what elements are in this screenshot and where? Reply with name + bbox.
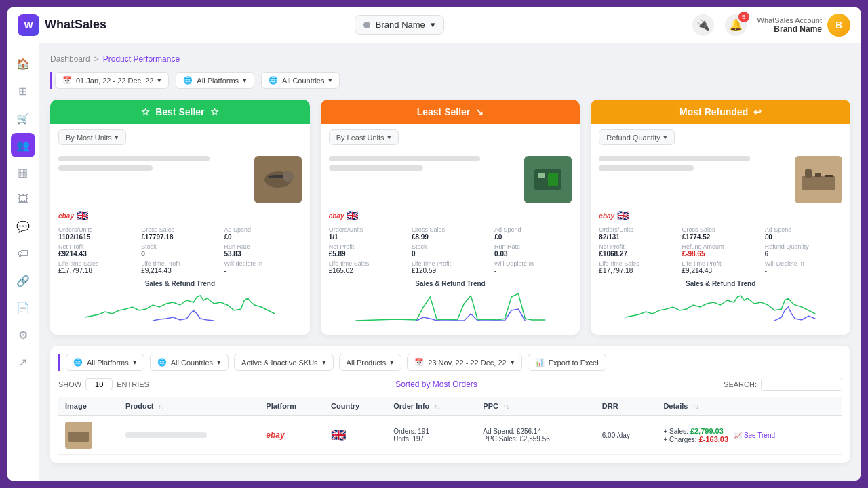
brand-selector-label: Brand Name: [376, 20, 425, 30]
ebay-logo-3: ebay: [599, 212, 614, 220]
table-platform-filter[interactable]: 🌐 All Platforms ▾: [66, 354, 144, 371]
ls-stat-ad: Ad Spend £0: [494, 226, 572, 241]
product-name-display: [125, 432, 207, 438]
country-filter[interactable]: 🌐 All Countries ▾: [261, 72, 340, 89]
most-refunded-image: [795, 156, 842, 203]
mr-stat-lifetime-profit: Life-time Profit £9,214.43: [682, 260, 760, 274]
chart-icon: 📈: [734, 432, 742, 439]
breadcrumb-parent[interactable]: Dashboard: [50, 54, 90, 64]
ls-stat-deplete: Will Deplete In -: [494, 260, 572, 274]
sku-filter-label: Active & Inactive SKUs: [241, 359, 318, 367]
export-icon: 📊: [535, 358, 545, 367]
chevron-down-icon: ▾: [431, 20, 435, 30]
product-name-bar: [58, 156, 210, 161]
search-input[interactable]: [761, 378, 842, 391]
sort-arrows-orders[interactable]: ↑↓: [434, 403, 440, 410]
row-ebay-logo: ebay: [266, 430, 284, 440]
sidebar: 🏠 ⊞ 🛒 👥 ▦ 🖼 💬 🏷 🔗 📄 ⚙ ↗: [7, 43, 39, 481]
most-refunded-sort[interactable]: Refund Quantity ▾: [599, 129, 675, 145]
best-seller-card: ☆ Best Seller ☆ By Most Units ▾: [50, 100, 310, 335]
sidebar-item-file[interactable]: 📄: [11, 296, 35, 320]
least-seller-product-info: [329, 156, 572, 203]
table-country-label: All Countries: [171, 359, 213, 367]
least-seller-card: Least Seller ↘ By Least Units ▾: [321, 100, 580, 335]
account-name: Brand Name: [757, 24, 822, 34]
sku-filter[interactable]: Active & Inactive SKUs ▾: [234, 354, 334, 371]
best-seller-sort-label: By Most Units: [66, 134, 112, 142]
notification-icon[interactable]: 🔔 5: [725, 14, 747, 36]
best-seller-sort[interactable]: By Most Units ▾: [58, 129, 126, 145]
least-seller-body: ebay 🇬🇧 Orders/Units 1/1 Gross Sales £8.…: [321, 150, 580, 335]
products-filter[interactable]: All Products ▾: [339, 354, 402, 371]
sort-arrows-product[interactable]: ↑↓: [159, 403, 165, 410]
star-icon-2: ☆: [210, 106, 219, 117]
platform-filter[interactable]: 🌐 All Platforms ▾: [176, 72, 254, 89]
ad-spend-value: Ad Spend: £256.14: [483, 428, 588, 435]
best-seller-stats: Orders/Units 1102/1615 Gross Sales £1779…: [58, 226, 302, 274]
product-name-bar-short-2: [329, 165, 423, 171]
sidebar-item-share[interactable]: ↗: [11, 350, 35, 374]
breadcrumb-separator: >: [94, 54, 99, 64]
sort-arrow-icon: ▾: [115, 133, 119, 142]
gb-flag: 🇬🇧: [77, 210, 88, 221]
entries-input[interactable]: [85, 378, 113, 390]
export-btn[interactable]: 📊 Export to Excel: [528, 354, 606, 371]
row-product: [119, 416, 259, 455]
table-date-filter[interactable]: 📅 23 Nov, 22 - 22 Dec, 22 ▾: [407, 354, 521, 371]
col-drr: DRR: [595, 396, 657, 416]
product-thumbnail: [65, 422, 92, 449]
connect-icon[interactable]: 🔌: [692, 14, 714, 36]
sort-arrows-details[interactable]: ↑↓: [693, 403, 699, 410]
row-country: 🇬🇧: [324, 416, 387, 455]
date-filter[interactable]: 📅 01 Jan, 22 - 22 Dec, 22 ▾: [55, 72, 169, 89]
svg-rect-10: [805, 169, 812, 178]
logo-text: WhatSales: [45, 18, 106, 32]
brand-selector[interactable]: Brand Name ▾: [355, 15, 444, 35]
ls-stat-gross: Gross Sales £8.99: [412, 226, 489, 241]
data-table: Image Product ↑↓ Platform Country: [58, 396, 842, 455]
svg-rect-9: [802, 176, 835, 190]
best-seller-platform: ebay 🇬🇧: [58, 210, 302, 221]
avatar[interactable]: B: [827, 14, 850, 37]
stat-stock: Stock 0: [141, 243, 218, 258]
see-trend-btn[interactable]: 📈 See Trend: [734, 432, 775, 439]
product-name-bar-2: [329, 156, 480, 161]
sidebar-item-image[interactable]: 🖼: [11, 187, 35, 211]
sort-arrows-ppc[interactable]: ↑↓: [503, 403, 509, 410]
least-seller-title: Least Seller: [417, 106, 471, 117]
least-seller-sort[interactable]: By Least Units ▾: [329, 129, 399, 145]
logo-area: W WhatSales: [18, 14, 106, 36]
sidebar-item-settings[interactable]: ⚙: [11, 323, 35, 347]
sidebar-item-users[interactable]: 👥: [11, 133, 35, 157]
svg-point-3: [283, 171, 294, 182]
stat-orders: Orders/Units 1102/1615: [58, 226, 136, 241]
row-platform: ebay: [259, 416, 324, 455]
sort-arrow-icon-2: ▾: [387, 133, 391, 142]
table-controls: SHOW ENTRIES Sorted by Most Orders SEARC…: [58, 378, 842, 391]
down-icon: ↘: [475, 106, 484, 117]
table-filters: 🌐 All Platforms ▾ 🌐 All Countries ▾ Acti…: [58, 354, 842, 371]
sidebar-item-link[interactable]: 🔗: [11, 268, 35, 293]
mr-stat-ad: Ad Spend £0: [765, 226, 842, 241]
sidebar-item-chat[interactable]: 💬: [11, 214, 35, 239]
col-ppc: PPC ↑↓: [476, 396, 595, 416]
sidebar-item-tag[interactable]: 🏷: [11, 241, 35, 266]
most-refunded-chart: [599, 290, 842, 324]
table-country-filter[interactable]: 🌐 All Countries ▾: [150, 354, 229, 371]
account-label: WhatSales Account: [757, 16, 822, 24]
sidebar-item-cart[interactable]: 🛒: [11, 106, 35, 130]
sidebar-item-layers[interactable]: ▦: [11, 160, 35, 184]
row-order-info: Orders: 191 Units: 197: [387, 416, 476, 455]
sidebar-item-grid[interactable]: ⊞: [11, 79, 35, 103]
ls-stat-stock: Stock 0: [412, 243, 489, 258]
sidebar-item-home[interactable]: 🏠: [11, 52, 35, 76]
refund-icon: ↩: [753, 106, 762, 117]
row-drr: 6.00 /day: [595, 416, 657, 455]
most-refunded-card: Most Refunded ↩ Refund Quantity ▾: [591, 100, 850, 335]
least-seller-sort-label: By Least Units: [336, 134, 384, 142]
ls-stat-lifetime-sales: Life-time Sales £165.02: [329, 260, 406, 274]
mr-stat-lifetime-sales: Life-time Sales £17,797.18: [599, 260, 676, 274]
most-refunded-header: Most Refunded ↩: [591, 100, 850, 124]
chevron-icon-6: ▾: [322, 358, 326, 367]
ls-stat-orders: Orders/Units 1/1: [329, 226, 406, 241]
